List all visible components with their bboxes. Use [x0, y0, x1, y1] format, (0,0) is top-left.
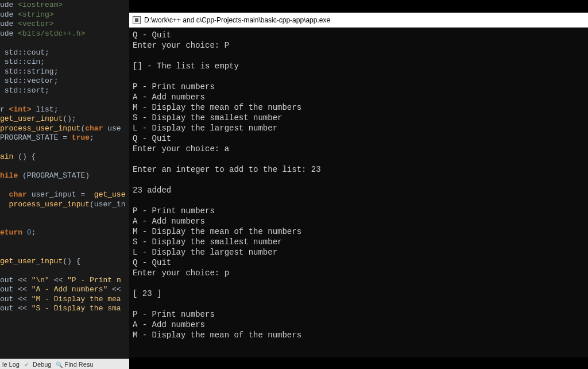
code-line[interactable]: char user_input = get_use: [0, 190, 129, 200]
code-line[interactable]: [0, 143, 129, 153]
code-line[interactable]: get_user_input();: [0, 114, 129, 124]
code-line[interactable]: eturn 0;: [0, 228, 129, 238]
code-line[interactable]: [0, 219, 129, 229]
console-output[interactable]: Q - Quit Enter your choice: P [] - The l…: [129, 28, 588, 343]
code-line[interactable]: ude <vector>: [0, 20, 129, 29]
code-line[interactable]: out << "M - Display the mea: [0, 295, 129, 305]
console-title: D:\work\c++ and c\Cpp-Projects-main\basi…: [144, 16, 330, 24]
check-icon: [24, 361, 31, 368]
app-icon: [133, 16, 141, 24]
code-line[interactable]: ain () {: [0, 152, 129, 162]
code-line[interactable]: out << "S - Display the sma: [0, 304, 129, 314]
code-line[interactable]: hile (PROGRAM_STATE): [0, 171, 129, 181]
bottombar-log-label: le Log: [2, 361, 20, 368]
code-line[interactable]: std::string;: [0, 67, 129, 77]
code-line[interactable]: std::cin;: [0, 57, 129, 67]
bottombar-find-tab[interactable]: Find Resu: [53, 361, 95, 368]
bottombar-log-tab[interactable]: le Log: [0, 361, 22, 368]
code-line[interactable]: [0, 95, 129, 105]
search-icon: [56, 361, 63, 368]
code-editor-panel[interactable]: ude <iostream>ude <string>ude <vector>ud…: [0, 0, 129, 359]
code-line[interactable]: [0, 238, 129, 248]
console-window: D:\work\c++ and c\Cpp-Projects-main\basi…: [129, 13, 588, 358]
code-line[interactable]: [0, 39, 129, 48]
code-line[interactable]: out << "\n" << "P - Print n: [0, 276, 129, 286]
code-line[interactable]: [0, 162, 129, 172]
code-line[interactable]: ude <bits/stdc++.h>: [0, 29, 129, 39]
code-line[interactable]: out << "A - Add numbers" <<: [0, 285, 129, 295]
ide-bottom-bar: le Log Debug Find Resu: [0, 359, 129, 369]
code-line[interactable]: get_user_input() {: [0, 257, 129, 267]
console-titlebar[interactable]: D:\work\c++ and c\Cpp-Projects-main\basi…: [129, 13, 588, 28]
code-line[interactable]: [0, 247, 129, 257]
code-line[interactable]: PROGRAM_STATE = true;: [0, 133, 129, 143]
code-line[interactable]: process_user_input(char use: [0, 124, 129, 134]
bottombar-debug-label: Debug: [33, 361, 51, 368]
code-line[interactable]: [0, 181, 129, 191]
code-line[interactable]: ude <iostream>: [0, 1, 129, 10]
code-line[interactable]: std::sort;: [0, 86, 129, 96]
code-line[interactable]: r <int> list;: [0, 105, 129, 115]
code-line[interactable]: [0, 209, 129, 219]
bottombar-debug-tab[interactable]: Debug: [22, 361, 53, 368]
code-line[interactable]: std::cout;: [0, 48, 129, 58]
bottombar-find-label: Find Resu: [64, 361, 93, 368]
code-line[interactable]: [0, 266, 129, 276]
code-line[interactable]: std::vector;: [0, 76, 129, 86]
code-line[interactable]: ude <string>: [0, 10, 129, 20]
code-line[interactable]: process_user_input(user_in: [0, 200, 129, 210]
